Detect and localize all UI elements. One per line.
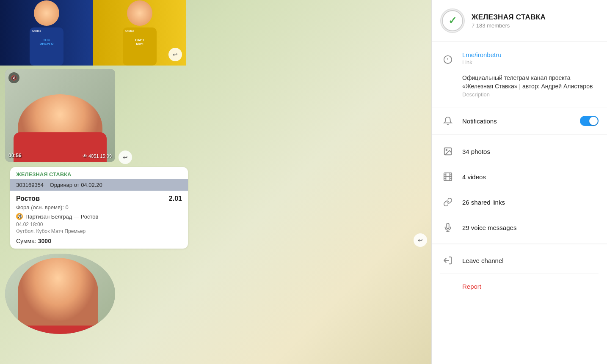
channel-info: ЖЕЛЕЗНАЯ СТАВКА 7 183 members xyxy=(472,13,599,29)
channel-description: Официальный телеграм канал проекта «Желе… xyxy=(462,74,599,90)
bet-type-label: Ординар от 04.02.20 xyxy=(50,182,102,188)
video-thumbnail-1[interactable]: 🔇 00:56 👁 4051 15:09 xyxy=(5,69,115,162)
bet-team: Ростов xyxy=(16,195,40,203)
bell-icon xyxy=(440,113,455,129)
bet-card-wrapper: ЖЕЛЕЗНАЯ СТАВКА 303169354 Ординар от 04.… xyxy=(0,165,431,250)
notifications-label: Notifications xyxy=(462,118,580,125)
video-thumbnail-2[interactable]: 🔇 xyxy=(5,254,115,334)
link-row[interactable]: t.me/ironbetru Link xyxy=(440,48,599,71)
bet-amount: Сумма: 3000 xyxy=(16,238,182,244)
bet-channel-name: ЖЕЛЕЗНАЯ СТАВКА xyxy=(10,167,188,179)
photos-icon xyxy=(440,144,455,159)
shared-links-row[interactable]: 26 shared links xyxy=(440,189,599,215)
link-label: Link xyxy=(462,59,599,66)
video-message-2: 🔇 xyxy=(0,250,431,339)
svg-point-4 xyxy=(446,150,447,151)
report-label: Report xyxy=(462,283,481,290)
bet-match: Партизан Белград — Ростов xyxy=(25,213,98,220)
info-section: t.me/ironbetru Link Официальный телеграм… xyxy=(432,42,607,107)
video-duration: 00:56 xyxy=(8,153,22,159)
voice-messages-count: 29 voice messages xyxy=(462,224,516,231)
links-icon xyxy=(440,194,455,210)
desc-spacer xyxy=(440,75,455,90)
sports-banner: adidas ТНСЭНЕРГО adidas ПАРТМАЧ ↩ xyxy=(0,0,186,66)
bet-card: ЖЕЛЕЗНАЯ СТАВКА 303169354 Ординар от 04.… xyxy=(10,167,188,249)
channel-name: ЖЕЛЕЗНАЯ СТАВКА xyxy=(472,13,599,22)
mute-icon: 🔇 xyxy=(8,72,19,83)
shared-links-count: 26 shared links xyxy=(462,199,505,206)
notifications-row[interactable]: Notifications xyxy=(432,107,607,135)
forward-button-bet[interactable]: ↩ xyxy=(414,233,427,247)
channel-link[interactable]: t.me/ironbetru xyxy=(462,51,599,58)
leave-channel-label: Leave channel xyxy=(462,257,504,264)
report-icon xyxy=(440,279,455,294)
description-label: Description xyxy=(462,91,599,98)
info-icon xyxy=(440,52,455,67)
checkmark-icon: ✓ xyxy=(448,15,457,27)
channel-avatar: ✓ xyxy=(440,8,465,33)
description-row: Официальный телеграм канал проекта «Желе… xyxy=(440,71,599,101)
forward-button-top[interactable]: ↩ xyxy=(168,48,182,61)
bet-match-row: ⚽ Партизан Белград — Ростов xyxy=(16,213,182,220)
leave-channel-row[interactable]: Leave channel xyxy=(440,248,599,274)
stats-section: 34 photos 4 videos xyxy=(432,135,607,244)
bet-condition: Фора (осн. время): 0 xyxy=(16,204,182,211)
videos-row[interactable]: 4 videos xyxy=(440,164,599,189)
bet-id-row: 303169354 Ординар от 04.02.20 xyxy=(10,179,188,191)
video-views: 👁 4051 15:09 xyxy=(83,153,112,159)
video-message-1: 🔇 00:56 👁 4051 15:09 ↩ xyxy=(0,66,431,165)
channel-members: 7 183 members xyxy=(472,22,599,29)
toggle-knob xyxy=(589,117,598,125)
right-panel: ✓ ЖЕЛЕЗНАЯ СТАВКА 7 183 members t.me/iro… xyxy=(431,0,607,364)
chat-area: adidas ТНСЭНЕРГО adidas ПАРТМАЧ ↩ xyxy=(0,0,431,364)
photos-row[interactable]: 34 photos xyxy=(440,139,599,164)
forward-button-1[interactable]: ↩ xyxy=(119,151,132,164)
actions-section: Leave channel Report xyxy=(432,244,607,302)
channel-header: ✓ ЖЕЛЕЗНАЯ СТАВКА 7 183 members xyxy=(432,0,607,42)
bet-league: Футбол. Кубок Матч Премьер xyxy=(16,228,182,234)
videos-count: 4 videos xyxy=(462,173,486,181)
mute-icon-2: 🔇 xyxy=(8,257,19,268)
bet-id: 303169354 xyxy=(16,182,44,188)
voice-icon xyxy=(440,220,455,235)
leave-icon xyxy=(440,253,455,268)
voice-messages-row[interactable]: 29 voice messages xyxy=(440,215,599,240)
report-row[interactable]: Report xyxy=(440,274,599,299)
videos-icon xyxy=(440,169,455,184)
bet-odds: 2.01 xyxy=(169,195,182,203)
sport-icon: ⚽ xyxy=(16,213,23,220)
bet-date: 04.02 18:00 xyxy=(16,222,182,227)
eye-icon: 👁 xyxy=(83,153,87,159)
photos-count: 34 photos xyxy=(462,148,490,155)
notifications-toggle[interactable] xyxy=(580,116,599,126)
